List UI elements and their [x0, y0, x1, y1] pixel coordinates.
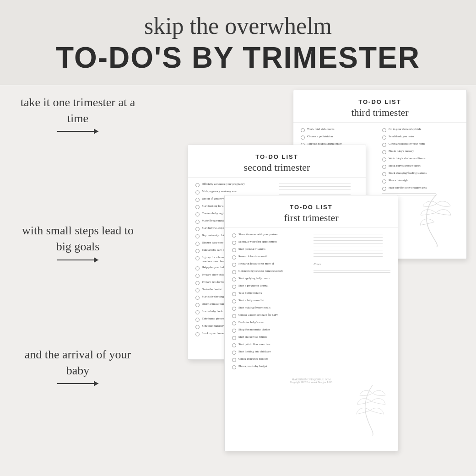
checkbox-icon	[232, 277, 236, 281]
list-item: Finish baby's nursery	[382, 149, 459, 154]
doc-first-col1: Share the news with your partner Schedul…	[232, 233, 309, 372]
checkbox-icon	[195, 205, 200, 209]
doc-third-header: TO-DO LIST third trimester	[293, 90, 466, 123]
doc-first-col2: Notes	[314, 233, 390, 372]
checkbox-icon	[382, 172, 386, 176]
checkbox-icon	[195, 249, 200, 253]
list-item: Go to your shower/sprinkle	[382, 127, 459, 132]
doc-first-title-script: first trimester	[234, 212, 389, 224]
list-item: Officially announce your pregnancy	[195, 182, 275, 187]
checkbox-icon	[195, 190, 200, 195]
doc-line	[314, 240, 383, 241]
checkbox-icon	[195, 212, 200, 216]
doc-second-title-bold: TO-DO LIST	[255, 153, 298, 160]
checkbox-icon	[232, 307, 236, 311]
doc-line	[314, 253, 383, 254]
documents-area: TO-DO LIST third trimester Track fetal k…	[165, 90, 467, 460]
checkbox-icon	[195, 332, 200, 336]
checkbox-icon	[232, 299, 236, 303]
list-item: Start an exercise routine	[232, 335, 309, 340]
notes-line	[314, 268, 390, 268]
checkbox-icon	[382, 143, 386, 147]
checkbox-icon	[195, 227, 200, 231]
list-item: Start pelvic floor exercises	[232, 342, 309, 347]
checkbox-icon	[382, 187, 386, 191]
arrow-line-2	[57, 260, 98, 260]
checkbox-icon	[195, 256, 200, 260]
doc-line	[314, 256, 383, 257]
arrow-line-1	[57, 131, 98, 132]
checkbox-icon	[232, 285, 236, 289]
list-item: Check insurance policies	[232, 357, 309, 362]
checkbox-icon	[232, 248, 236, 252]
checkbox-icon	[232, 292, 236, 296]
checkbox-icon	[195, 310, 200, 314]
checkbox-icon	[195, 220, 200, 224]
checkbox-icon	[382, 128, 386, 132]
list-item: Plan a date night	[382, 178, 459, 184]
checkbox-icon	[195, 266, 200, 270]
section-1: take it one trimester at a time	[18, 94, 137, 136]
checkbox-icon	[382, 150, 386, 154]
checkbox-icon	[301, 135, 305, 140]
checkbox-icon	[195, 198, 200, 202]
arrow-2	[18, 260, 137, 260]
section-2: with small steps lead to big goals	[18, 219, 137, 265]
checkbox-icon	[382, 165, 386, 169]
checkbox-icon	[195, 303, 200, 307]
text-block-2: with small steps lead to big goals	[18, 222, 137, 254]
doc-line	[314, 247, 383, 247]
header-bold-text: TO-DO'S BY TRIMESTER	[9, 41, 467, 75]
list-item: Start prenatal vitamins	[232, 247, 309, 252]
checkbox-icon	[195, 318, 200, 322]
checkbox-icon	[195, 325, 200, 329]
main-content: take it one trimester at a time with sma…	[0, 85, 476, 472]
notes-line	[314, 272, 390, 273]
list-item: Plan a post-baby budget	[232, 364, 309, 369]
checkbox-icon	[195, 183, 200, 187]
page-header: skip the overwhelm TO-DO'S BY TRIMESTER	[0, 0, 476, 85]
doc-line	[279, 184, 351, 184]
list-item: Research foods to avoid	[232, 254, 309, 260]
arrow-1	[18, 131, 137, 132]
notes-line	[314, 270, 390, 270]
list-item: Start applying belly cream	[232, 276, 309, 281]
list-item: Clean and declutter your home	[382, 142, 459, 147]
checkbox-icon	[232, 321, 236, 325]
doc-line	[314, 243, 383, 244]
list-item: Shop for maternity clothes	[232, 328, 309, 333]
checkbox-icon	[232, 343, 236, 347]
checkbox-icon	[195, 296, 200, 300]
list-item: Schedule your first appointment	[232, 240, 309, 245]
notes-label: Notes	[314, 262, 390, 266]
doc-line	[314, 234, 383, 234]
checkbox-icon	[195, 274, 200, 278]
list-item: Research foods to eat more of	[232, 262, 309, 267]
list-item: Stock changing/feeding stations	[382, 171, 459, 176]
doc-first-title-bold: TO-DO LIST	[290, 204, 332, 211]
leaf-decoration-first	[352, 382, 393, 437]
doc-first-body: Share the news with your partner Schedul…	[225, 228, 398, 376]
list-item: Wash baby's clothes and linens	[382, 157, 459, 162]
list-item: Share the news with your partner	[232, 233, 309, 238]
checkbox-icon	[232, 263, 236, 267]
doc-second-header: TO-DO LIST second trimester	[188, 145, 366, 178]
doc-first-header: TO-DO LIST first trimester	[225, 195, 398, 228]
list-item: Get morning sickness remedies ready	[232, 269, 309, 274]
checkbox-icon	[232, 255, 236, 260]
notes-area: Notes	[314, 262, 390, 273]
doc-line	[314, 250, 383, 250]
section-3: and the arrival of your baby	[18, 343, 137, 389]
list-item: Declutter baby's area	[232, 320, 309, 325]
checkbox-icon	[382, 179, 386, 184]
checkbox-icon	[232, 336, 236, 340]
checkbox-icon	[382, 157, 386, 162]
checkbox-icon	[232, 270, 236, 274]
doc-line	[314, 237, 383, 238]
doc-second-title-script: second trimester	[197, 162, 357, 173]
checkbox-icon	[195, 281, 200, 285]
text-block-1: take it one trimester at a time	[18, 94, 137, 126]
checkbox-icon	[232, 329, 236, 333]
checkbox-icon	[232, 358, 236, 362]
list-item: Take bump pictures	[232, 291, 309, 296]
